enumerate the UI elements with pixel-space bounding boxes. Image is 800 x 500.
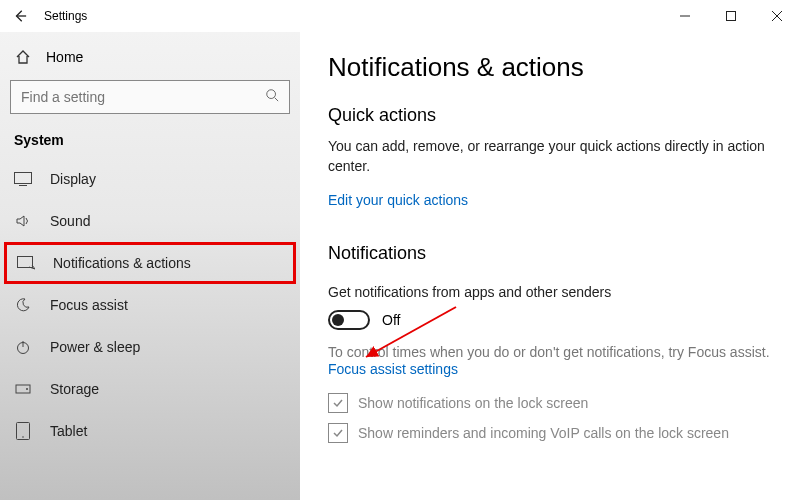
- sidebar-item-label: Sound: [50, 213, 90, 229]
- check-show-reminders[interactable]: Show reminders and incoming VoIP calls o…: [328, 418, 772, 448]
- home-icon: [14, 48, 32, 66]
- checkbox-icon: [328, 423, 348, 443]
- power-icon: [14, 338, 32, 356]
- notifications-heading: Notifications: [328, 243, 772, 264]
- sidebar-item-notifications[interactable]: Notifications & actions: [4, 242, 296, 284]
- arrow-left-icon: [13, 9, 27, 23]
- page-title: Notifications & actions: [328, 52, 772, 83]
- sidebar-heading: System: [0, 126, 300, 158]
- back-button[interactable]: [8, 4, 32, 28]
- edit-quick-actions-link[interactable]: Edit your quick actions: [328, 192, 468, 208]
- sidebar: Home System Display Sound Notifications …: [0, 32, 300, 500]
- sidebar-item-label: Tablet: [50, 423, 87, 439]
- search-icon: [265, 88, 279, 106]
- svg-line-15: [366, 307, 456, 357]
- sidebar-item-storage[interactable]: Storage: [0, 368, 300, 410]
- close-icon: [772, 11, 782, 21]
- sidebar-nav: Display Sound Notifications & actions Fo…: [0, 158, 300, 452]
- search-input[interactable]: [10, 80, 290, 114]
- annotation-arrow-icon: [356, 302, 476, 372]
- svg-rect-6: [15, 173, 32, 184]
- svg-point-4: [267, 90, 276, 99]
- home-label: Home: [46, 49, 83, 65]
- sidebar-item-focus-assist[interactable]: Focus assist: [0, 284, 300, 326]
- tablet-icon: [14, 422, 32, 440]
- notification-icon: [17, 254, 35, 272]
- svg-line-5: [275, 98, 279, 102]
- sidebar-item-label: Power & sleep: [50, 339, 140, 355]
- search-field[interactable]: [21, 89, 265, 105]
- svg-rect-8: [18, 257, 33, 268]
- titlebar: Settings: [0, 0, 800, 32]
- check-label: Show reminders and incoming VoIP calls o…: [358, 425, 729, 441]
- minimize-button[interactable]: [662, 0, 708, 32]
- svg-point-12: [26, 388, 28, 390]
- checkbox-icon: [328, 393, 348, 413]
- check-label: Show notifications on the lock screen: [358, 395, 588, 411]
- svg-point-14: [22, 436, 24, 438]
- storage-icon: [14, 380, 32, 398]
- svg-rect-1: [727, 12, 736, 21]
- maximize-button[interactable]: [708, 0, 754, 32]
- maximize-icon: [726, 11, 736, 21]
- moon-icon: [14, 296, 32, 314]
- display-icon: [14, 170, 32, 188]
- sidebar-item-label: Storage: [50, 381, 99, 397]
- minimize-icon: [680, 11, 690, 21]
- sound-icon: [14, 212, 32, 230]
- check-show-lock-screen[interactable]: Show notifications on the lock screen: [328, 388, 772, 418]
- notifications-toggle-label: Get notifications from apps and other se…: [328, 282, 772, 302]
- content-area: Notifications & actions Quick actions Yo…: [300, 32, 800, 500]
- window-controls: [662, 0, 800, 32]
- quick-actions-heading: Quick actions: [328, 105, 772, 126]
- sidebar-item-power-sleep[interactable]: Power & sleep: [0, 326, 300, 368]
- sidebar-item-label: Notifications & actions: [53, 255, 191, 271]
- quick-actions-body: You can add, remove, or rearrange your q…: [328, 136, 772, 177]
- sidebar-item-home[interactable]: Home: [0, 40, 300, 74]
- close-button[interactable]: [754, 0, 800, 32]
- sidebar-item-tablet[interactable]: Tablet: [0, 410, 300, 452]
- sidebar-item-label: Display: [50, 171, 96, 187]
- sidebar-item-sound[interactable]: Sound: [0, 200, 300, 242]
- window-title: Settings: [44, 9, 662, 23]
- sidebar-item-label: Focus assist: [50, 297, 128, 313]
- sidebar-item-display[interactable]: Display: [0, 158, 300, 200]
- toggle-knob: [332, 314, 344, 326]
